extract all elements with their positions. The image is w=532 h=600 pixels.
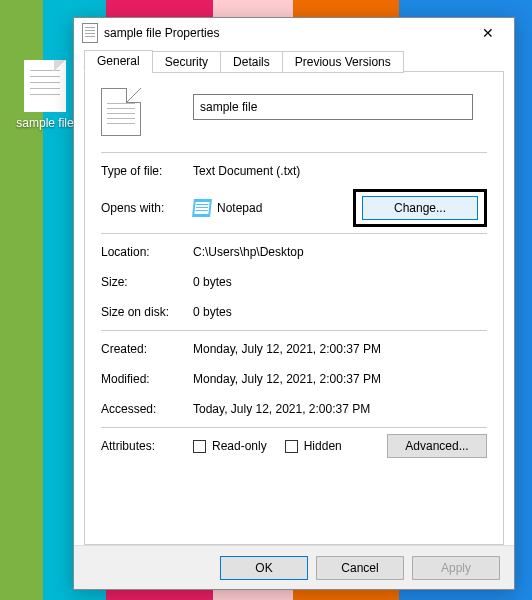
filename-input[interactable]	[193, 94, 473, 120]
divider	[101, 330, 487, 331]
tab-body-general: Type of file: Text Document (.txt) Opens…	[84, 71, 504, 545]
tabstrip: General Security Details Previous Versio…	[84, 50, 504, 72]
desktop-file-icon[interactable]: sample file	[15, 60, 75, 130]
divider	[101, 152, 487, 153]
value-size: 0 bytes	[193, 275, 487, 289]
label-location: Location:	[101, 245, 193, 259]
apply-button[interactable]: Apply	[412, 556, 500, 580]
hidden-label: Hidden	[304, 439, 342, 453]
checkbox-box	[193, 440, 206, 453]
label-modified: Modified:	[101, 372, 193, 386]
label-size-on-disk: Size on disk:	[101, 305, 193, 319]
window-title: sample file Properties	[104, 26, 468, 40]
label-size: Size:	[101, 275, 193, 289]
readonly-label: Read-only	[212, 439, 267, 453]
tab-details[interactable]: Details	[220, 51, 283, 73]
value-opens-with: Notepad	[217, 201, 262, 215]
tab-general[interactable]: General	[84, 50, 153, 72]
label-accessed: Accessed:	[101, 402, 193, 416]
file-type-icon	[101, 88, 141, 136]
notepad-icon	[192, 199, 212, 217]
checkbox-box	[285, 440, 298, 453]
label-type-of-file: Type of file:	[101, 164, 193, 178]
advanced-button[interactable]: Advanced...	[387, 434, 487, 458]
change-button-highlight: Change...	[353, 189, 487, 227]
dialog-button-row: OK Cancel Apply	[74, 545, 514, 589]
cancel-button[interactable]: Cancel	[316, 556, 404, 580]
value-size-on-disk: 0 bytes	[193, 305, 487, 319]
label-created: Created:	[101, 342, 193, 356]
divider	[101, 233, 487, 234]
tab-security[interactable]: Security	[152, 51, 221, 73]
ok-button[interactable]: OK	[220, 556, 308, 580]
file-icon	[24, 60, 66, 112]
tab-label: General	[97, 54, 140, 68]
hidden-checkbox[interactable]: Hidden	[285, 439, 342, 453]
desktop-file-label: sample file	[15, 116, 75, 130]
tab-area: General Security Details Previous Versio…	[74, 48, 514, 545]
tab-previous-versions[interactable]: Previous Versions	[282, 51, 404, 73]
tab-label: Details	[233, 55, 270, 69]
label-attributes: Attributes:	[101, 439, 193, 453]
label-opens-with: Opens with:	[101, 201, 193, 215]
value-accessed: Today, July 12, 2021, 2:00:37 PM	[193, 402, 487, 416]
titlebar[interactable]: sample file Properties ✕	[74, 18, 514, 48]
divider	[101, 427, 487, 428]
close-icon: ✕	[482, 25, 494, 41]
properties-window: sample file Properties ✕ General Securit…	[73, 17, 515, 590]
value-type-of-file: Text Document (.txt)	[193, 164, 487, 178]
value-location: C:\Users\hp\Desktop	[193, 245, 487, 259]
close-button[interactable]: ✕	[468, 19, 508, 47]
tab-label: Previous Versions	[295, 55, 391, 69]
value-modified: Monday, July 12, 2021, 2:00:37 PM	[193, 372, 487, 386]
readonly-checkbox[interactable]: Read-only	[193, 439, 267, 453]
value-created: Monday, July 12, 2021, 2:00:37 PM	[193, 342, 487, 356]
change-button[interactable]: Change...	[362, 196, 478, 220]
title-file-icon	[82, 23, 98, 43]
tab-label: Security	[165, 55, 208, 69]
